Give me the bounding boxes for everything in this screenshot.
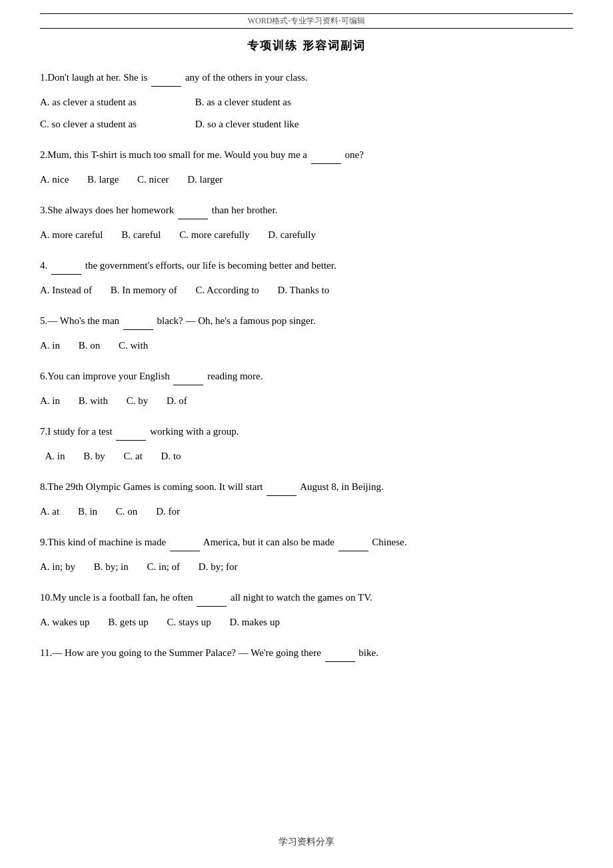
option-4d: D. Thanks to (278, 281, 330, 299)
question-8: 8.The 29th Olympic Games is coming soon.… (40, 477, 573, 521)
top-rule (40, 13, 573, 14)
question-5: 5.— Who's the man black? — Oh, he's a fa… (40, 311, 573, 355)
option-6b: B. with (79, 392, 108, 410)
question-3-text: 3.She always does her homework than her … (40, 201, 573, 219)
option-2d: D. larger (187, 171, 223, 189)
option-10d: D. makes up (230, 613, 280, 631)
option-4c: C. According to (195, 281, 259, 299)
blank-7 (116, 422, 146, 441)
option-1c: C. so clever a student as (40, 115, 137, 133)
option-7a: A. in (45, 447, 65, 465)
option-6a: A. in (40, 392, 60, 410)
option-10c: C. stays up (167, 613, 211, 631)
question-10-options: A. wakes up B. gets up C. stays up D. ma… (40, 613, 573, 631)
option-2a: A. nice (40, 171, 69, 189)
option-4b: B. In memory of (111, 281, 177, 299)
question-8-text: 8.The 29th Olympic Games is coming soon.… (40, 477, 573, 496)
footer-text: 学习资料分享 (0, 836, 613, 848)
question-9-options: A. in; by B. by; in C. in; of D. by; for (40, 558, 573, 576)
option-2b: B. large (87, 171, 119, 189)
question-1-options-row2: C. so clever a student as D. so a clever… (40, 115, 573, 133)
question-5-text: 5.— Who's the man black? — Oh, he's a fa… (40, 311, 573, 330)
option-3d: D. carefully (268, 226, 316, 244)
question-1-text: 1.Don't laugh at her. She is any of the … (40, 68, 573, 87)
question-9: 9.This kind of machine is made America, … (40, 533, 573, 576)
option-9b: B. by; in (94, 558, 129, 576)
question-7-text: 7.I study for a test working with a grou… (40, 422, 573, 441)
question-1-options-row1: A. as clever a student as B. as a clever… (40, 93, 573, 111)
option-10b: B. gets up (108, 613, 148, 631)
option-8d: D. for (156, 503, 180, 521)
option-3b: B. careful (121, 226, 161, 244)
option-5b: B. on (79, 337, 101, 355)
question-1: 1.Don't laugh at her. She is any of the … (40, 68, 573, 133)
question-10: 10.My uncle is a football fan, he often … (40, 588, 573, 631)
blank-5 (123, 311, 153, 330)
option-5a: A. in (40, 337, 60, 355)
option-7c: C. at (124, 447, 143, 465)
blank-1 (151, 68, 181, 87)
option-2c: C. nicer (137, 171, 169, 189)
question-9-text: 9.This kind of machine is made America, … (40, 533, 573, 551)
option-6c: C. by (127, 392, 149, 410)
blank-9b (338, 533, 368, 551)
option-8a: A. at (40, 503, 59, 521)
option-3c: C. more carefully (179, 226, 249, 244)
question-4-text: 4. the government's efforts, our life is… (40, 256, 573, 275)
blank-3 (178, 201, 208, 219)
blank-9a (170, 533, 200, 551)
question-3-options: A. more careful B. careful C. more caref… (40, 226, 573, 244)
second-rule (40, 28, 573, 29)
blank-2 (311, 145, 341, 164)
question-7: 7.I study for a test working with a grou… (40, 422, 573, 465)
question-2-options: A. nice B. large C. nicer D. larger (40, 171, 573, 189)
question-11: 11.— How are you going to the Summer Pal… (40, 643, 573, 662)
option-7b: B. by (83, 447, 105, 465)
question-4-options: A. Instead of B. In memory of C. Accordi… (40, 281, 573, 299)
option-5c: C. with (119, 337, 148, 355)
option-9c: C. in; of (147, 558, 181, 576)
option-4a: A. Instead of (40, 281, 92, 299)
question-6-text: 6.You can improve your English reading m… (40, 367, 573, 385)
question-8-options: A. at B. in C. on D. for (40, 503, 573, 521)
option-8c: C. on (116, 503, 138, 521)
option-7d: D. to (161, 447, 181, 465)
option-1d: D. so a clever student like (195, 115, 299, 133)
question-5-options: A. in B. on C. with (40, 337, 573, 355)
page-title: 专项训练 形容词副词 (40, 38, 573, 53)
question-2: 2.Mum, this T-shirt is much too small fo… (40, 145, 573, 189)
option-3a: A. more careful (40, 226, 103, 244)
blank-8 (267, 477, 297, 496)
question-6: 6.You can improve your English reading m… (40, 367, 573, 410)
question-4: 4. the government's efforts, our life is… (40, 256, 573, 299)
question-11-text: 11.— How are you going to the Summer Pal… (40, 643, 573, 662)
option-8b: B. in (78, 503, 97, 521)
option-1a: A. as clever a student as (40, 93, 137, 111)
option-10a: A. wakes up (40, 613, 90, 631)
question-10-text: 10.My uncle is a football fan, he often … (40, 588, 573, 607)
question-7-options: A. in B. by C. at D. to (40, 447, 573, 465)
blank-10 (197, 588, 227, 607)
option-9d: D. by; for (199, 558, 238, 576)
watermark-text: WORD格式-专业学习资料-可编辑 (40, 15, 573, 27)
question-2-text: 2.Mum, this T-shirt is much too small fo… (40, 145, 573, 164)
blank-6 (173, 367, 203, 385)
question-3: 3.She always does her homework than her … (40, 201, 573, 244)
option-6d: D. of (167, 392, 187, 410)
option-1b: B. as a clever student as (195, 93, 291, 111)
blank-11 (325, 643, 355, 662)
page: WORD格式-专业学习资料-可编辑 专项训练 形容词副词 1.Don't lau… (0, 0, 613, 868)
question-6-options: A. in B. with C. by D. of (40, 392, 573, 410)
option-9a: A. in; by (40, 558, 75, 576)
blank-4 (51, 256, 81, 275)
